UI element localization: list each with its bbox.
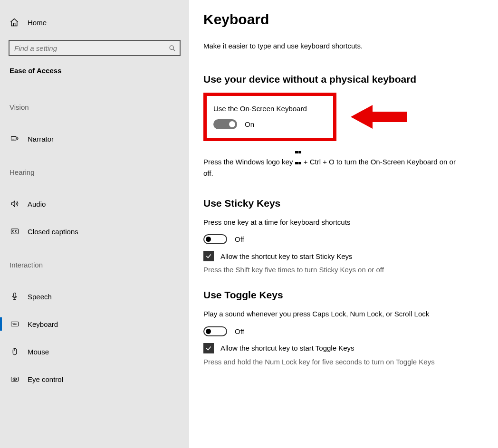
- togglekeys-label: Play a sound whenever you press Caps Loc…: [203, 308, 460, 319]
- togglekeys-hint: Press and hold the Num Lock key for five…: [203, 356, 460, 367]
- togglekeys-toggle[interactable]: [203, 326, 227, 336]
- sidebar-current-page: Ease of Access: [0, 67, 189, 75]
- osk-hint-before: Press the Windows logo key: [203, 158, 295, 166]
- svg-point-0: [170, 46, 173, 49]
- osk-label: Use the On-Screen Keyboard: [213, 105, 326, 113]
- main-panel: Keyboard Make it easier to type and use …: [189, 0, 498, 448]
- mouse-icon: [10, 347, 20, 356]
- keyboard-icon: [10, 319, 20, 329]
- nav-home[interactable]: Home: [0, 13, 189, 31]
- sticky-shortcut-checkbox[interactable]: [203, 251, 214, 261]
- sidebar-group-interaction: Interaction: [0, 261, 189, 269]
- sticky-label: Press one key at a time for keyboard sho…: [203, 217, 460, 228]
- togglekeys-toggle-state: Off: [235, 327, 244, 335]
- sidebar-item-narrator[interactable]: Narrator: [0, 128, 189, 149]
- page-title: Keyboard: [203, 11, 479, 28]
- svg-marker-21: [351, 105, 407, 129]
- sticky-hint: Press the Shift key five times to turn S…: [203, 264, 460, 275]
- svg-rect-6: [14, 293, 16, 297]
- sticky-shortcut-label: Allow the shortcut key to start Sticky K…: [220, 252, 353, 260]
- search-icon: [164, 45, 180, 52]
- search-input[interactable]: [10, 44, 164, 52]
- sidebar-item-label: Narrator: [28, 135, 54, 143]
- sidebar-item-keyboard[interactable]: Keyboard: [0, 314, 189, 334]
- eye-icon: [10, 374, 20, 384]
- sidebar-item-label: Mouse: [28, 348, 49, 356]
- sticky-toggle-state: Off: [235, 235, 244, 243]
- svg-line-1: [173, 49, 175, 51]
- togglekeys-shortcut-checkbox[interactable]: [203, 343, 214, 353]
- sidebar-item-label: Closed captions: [28, 228, 78, 236]
- audio-icon: [10, 199, 20, 209]
- home-icon: [10, 18, 19, 27]
- sidebar-item-label: Keyboard: [28, 320, 58, 328]
- sidebar-group-hearing: Hearing: [0, 168, 189, 176]
- page-intro: Make it easier to type and use keyboard …: [203, 42, 479, 50]
- speech-icon: [10, 292, 20, 301]
- svg-rect-5: [11, 229, 19, 234]
- settings-sidebar: Home Ease of Access Vision Narrat: [0, 0, 189, 448]
- svg-point-20: [14, 379, 15, 380]
- search-box[interactable]: [9, 40, 181, 56]
- cc-icon: [10, 227, 20, 236]
- windows-key-icon: [295, 146, 302, 152]
- section-osk-heading: Use your device without a physical keybo…: [203, 74, 479, 85]
- narrator-icon: [10, 134, 20, 143]
- annotation-highlight-box: Use the On-Screen Keyboard On: [203, 93, 336, 141]
- osk-toggle-state: On: [245, 120, 254, 128]
- sidebar-item-audio[interactable]: Audio: [0, 193, 189, 214]
- osk-hint: Press the Windows logo key + Ctrl + O to…: [203, 146, 460, 179]
- svg-rect-2: [11, 137, 17, 141]
- svg-rect-9: [11, 322, 19, 326]
- sidebar-item-closed-captions[interactable]: Closed captions: [0, 221, 189, 242]
- sidebar-item-mouse[interactable]: Mouse: [0, 341, 189, 362]
- section-toggle-heading: Use Toggle Keys: [203, 289, 479, 301]
- annotation-arrow-icon: [351, 103, 408, 129]
- sidebar-item-label: Audio: [28, 200, 46, 208]
- search-container: [9, 40, 181, 56]
- sidebar-group-vision: Vision: [0, 103, 189, 111]
- sidebar-item-label: Eye control: [28, 375, 63, 383]
- sticky-toggle[interactable]: [203, 234, 227, 244]
- sidebar-item-label: Speech: [28, 293, 52, 301]
- sidebar-item-speech[interactable]: Speech: [0, 286, 189, 307]
- sidebar-item-eye-control[interactable]: Eye control: [0, 369, 189, 390]
- osk-toggle[interactable]: [213, 119, 237, 129]
- section-sticky-heading: Use Sticky Keys: [203, 198, 479, 209]
- nav-home-label: Home: [28, 19, 47, 27]
- togglekeys-shortcut-label: Allow the shortcut key to start Toggle K…: [220, 344, 354, 352]
- osk-highlight-wrap: Use the On-Screen Keyboard On: [203, 93, 479, 141]
